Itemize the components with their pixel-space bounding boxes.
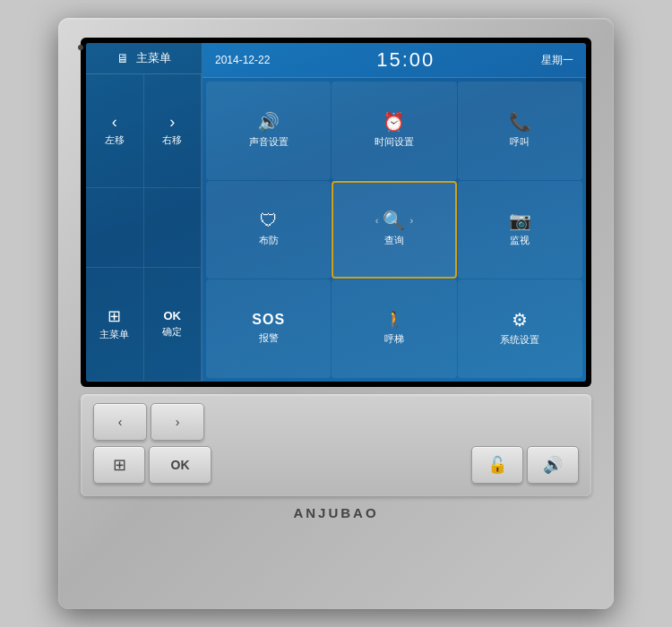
left-panel: 🖥 主菜单 ‹ 左移 › 右移 <box>86 43 202 382</box>
empty-cell-1 <box>86 188 144 269</box>
right-arrow-btn[interactable]: › 右移 <box>144 74 202 188</box>
date-display: 2014-12-22 <box>215 54 270 66</box>
search-icon: 🔍 <box>383 211 405 229</box>
right-arrow-icon: › <box>169 114 175 130</box>
shield-icon: 🛡 <box>260 211 278 229</box>
guard-btn[interactable]: 🛡 布防 <box>206 181 331 279</box>
elevator-btn[interactable]: 🚶 呼梯 <box>332 279 456 378</box>
clock-icon: ⏰ <box>383 113 405 131</box>
sos-icon: SOS <box>252 313 285 327</box>
menu-grid: 🔊 声音设置 ⏰ 时间设置 📞 呼叫 🛡 <box>202 78 586 382</box>
guard-label: 布防 <box>259 234 279 247</box>
left-arrow-btn[interactable]: ‹ 左移 <box>86 74 144 188</box>
sound-icon: 🔊 <box>257 113 280 131</box>
buttons-area: ‹ › ⊞ OK 🔓 🔊 <box>81 394 591 496</box>
grid-icon: ⊞ <box>108 308 121 324</box>
time-display: 15:00 <box>376 48 435 72</box>
phys-ok-btn[interactable]: OK <box>149 446 211 484</box>
system-settings-btn[interactable]: ⚙ 系统设置 <box>458 279 582 378</box>
right-move-label: 右移 <box>162 133 182 147</box>
top-bar: 2014-12-22 15:00 星期一 <box>202 43 586 78</box>
screen: 🖥 主菜单 ‹ 左移 › 右移 <box>86 43 586 382</box>
right-panel: 2014-12-22 15:00 星期一 🔊 声音设置 ⏰ 时间设置 <box>202 43 586 382</box>
phys-right-btn[interactable]: › <box>151 403 204 441</box>
empty-cell-2 <box>144 188 202 269</box>
ok-label-icon: OK <box>164 310 182 322</box>
func-btn-group: ⊞ OK <box>93 446 211 484</box>
sound-settings-btn[interactable]: 🔊 声音设置 <box>206 82 331 180</box>
phys-lock-btn[interactable]: 🔓 <box>471 446 523 484</box>
elevator-icon: 🚶 <box>384 312 404 328</box>
nav-btn-group: ‹ › <box>93 403 204 441</box>
main-menu-btn[interactable]: ⊞ 主菜单 <box>86 268 144 382</box>
search-next-arrow[interactable]: › <box>408 213 415 228</box>
search-prev-arrow[interactable]: ‹ <box>374 213 381 228</box>
ok-confirm-label: 确定 <box>162 325 182 339</box>
brand-bar: ANJUBAO <box>81 503 591 522</box>
ok-btn[interactable]: OK 确定 <box>144 268 202 382</box>
monitor-label: 监视 <box>510 234 530 247</box>
elevator-label: 呼梯 <box>384 332 404 346</box>
search-btn[interactable]: ‹ 🔍 › 查询 <box>332 181 456 279</box>
phys-left-btn[interactable]: ‹ <box>93 403 147 441</box>
system-settings-label: 系统设置 <box>500 333 539 347</box>
search-cell-inner: ‹ 🔍 › <box>339 211 449 229</box>
monitor-icon: 🖥 <box>116 51 129 65</box>
phys-volume-btn[interactable]: 🔊 <box>527 446 579 484</box>
sos-label: 报警 <box>259 331 279 345</box>
time-settings-btn[interactable]: ⏰ 时间设置 <box>332 82 456 180</box>
sos-btn[interactable]: SOS 报警 <box>206 279 331 378</box>
device-body: 🖥 主菜单 ‹ 左移 › 右移 <box>58 18 614 609</box>
main-menu-label: 主菜单 <box>99 328 129 341</box>
buttons-bottom-row: ⊞ OK 🔓 🔊 <box>93 446 579 484</box>
call-label: 呼叫 <box>510 135 530 149</box>
phys-grid-btn[interactable]: ⊞ <box>93 446 145 484</box>
buttons-top-row: ‹ › <box>93 403 579 441</box>
monitor-btn[interactable]: 📷 监视 <box>458 181 582 279</box>
left-panel-header: 🖥 主菜单 <box>86 43 202 74</box>
brand-name: ANJUBAO <box>293 505 378 520</box>
call-btn[interactable]: 📞 呼叫 <box>458 82 582 180</box>
right-btn-group: 🔓 🔊 <box>471 446 579 484</box>
left-move-label: 左移 <box>105 133 125 147</box>
screen-container: 🖥 主菜单 ‹ 左移 › 右移 <box>81 38 591 387</box>
left-panel-title: 主菜单 <box>136 50 171 66</box>
camera-icon: 📷 <box>509 211 531 229</box>
camera-dot <box>78 45 83 50</box>
left-panel-grid: ‹ 左移 › 右移 ⊞ 主菜单 <box>86 74 202 382</box>
left-arrow-icon: ‹ <box>112 114 117 130</box>
phone-icon: 📞 <box>509 113 531 131</box>
time-settings-label: 时间设置 <box>375 135 414 149</box>
weekday-display: 星期一 <box>541 53 573 68</box>
search-label: 查询 <box>384 234 404 247</box>
sound-label: 声音设置 <box>249 135 289 149</box>
settings-icon: ⚙ <box>512 311 528 329</box>
